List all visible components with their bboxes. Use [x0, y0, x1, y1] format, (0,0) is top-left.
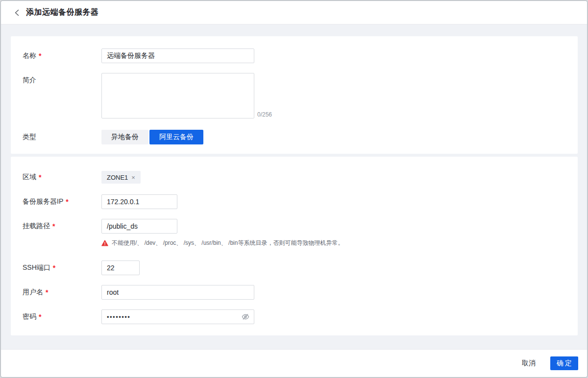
required-marker: *	[46, 288, 48, 296]
password-row: 密码 *	[23, 309, 566, 324]
zone-tag[interactable]: ZONE1 ×	[101, 171, 141, 184]
zone-label: 区域 *	[23, 173, 101, 182]
name-label: 名称 *	[23, 51, 101, 60]
ssh-port-label-text: SSH端口	[23, 263, 50, 272]
type-options: 异地备份 阿里云备份	[101, 130, 566, 144]
description-textarea[interactable]	[101, 73, 254, 118]
ssh-port-row: SSH端口 *	[23, 260, 566, 275]
warning-triangle-icon	[101, 240, 108, 246]
eye-invisible-icon	[242, 313, 249, 321]
basic-info-card: 名称 * 简介 0/256 类型	[11, 36, 578, 154]
zone-label-text: 区域	[23, 173, 36, 182]
zone-tag-text: ZONE1	[107, 174, 128, 181]
confirm-button[interactable]: 确定	[550, 356, 578, 370]
add-remote-backup-server-page: 添加远端备份服务器 名称 * 简介 0/256	[0, 0, 588, 378]
form-body: 名称 * 简介 0/256 类型	[1, 24, 587, 349]
type-option-aliyun-backup[interactable]: 阿里云备份	[149, 130, 203, 144]
name-input[interactable]	[101, 48, 254, 63]
mount-path-label-text: 挂载路径	[23, 222, 50, 231]
required-marker: *	[66, 198, 68, 206]
server-ip-label: 备份服务器IP *	[23, 197, 101, 206]
name-row: 名称 *	[23, 48, 566, 63]
mount-path-warning: 不能使用/、 /dev、 /proc、 /sys、 /usr/bin、 /bin…	[101, 239, 566, 247]
zone-tag-remove-icon[interactable]: ×	[131, 174, 135, 181]
password-visibility-toggle[interactable]	[242, 313, 249, 321]
page-title: 添加远端备份服务器	[26, 7, 99, 18]
server-ip-input[interactable]	[101, 194, 177, 209]
password-label: 密码 *	[23, 312, 101, 321]
mount-path-warning-row: 不能使用/、 /dev、 /proc、 /sys、 /usr/bin、 /bin…	[23, 239, 566, 247]
required-marker: *	[53, 264, 55, 272]
required-marker: *	[39, 173, 41, 181]
password-label-text: 密码	[23, 312, 36, 321]
type-label-text: 类型	[23, 133, 36, 142]
zone-row: 区域 * ZONE1 ×	[23, 171, 566, 184]
back-button[interactable]	[15, 9, 19, 16]
cancel-button[interactable]: 取消	[522, 359, 536, 368]
type-option-offsite-backup[interactable]: 异地备份	[101, 130, 148, 144]
type-row: 类型 异地备份 阿里云备份	[23, 130, 566, 144]
type-label: 类型	[23, 133, 101, 142]
description-label-text: 简介	[23, 76, 36, 85]
action-footer: 取消 确定	[1, 349, 587, 377]
mount-path-row: 挂载路径 *	[23, 219, 566, 234]
warning-text: 不能使用/、 /dev、 /proc、 /sys、 /usr/bin、 /bin…	[112, 239, 343, 247]
username-label: 用户名 *	[23, 288, 101, 297]
server-ip-row: 备份服务器IP *	[23, 194, 566, 209]
char-counter: 0/256	[257, 111, 272, 118]
chevron-left-icon	[15, 9, 19, 16]
mount-path-input[interactable]	[101, 219, 177, 234]
required-marker: *	[52, 222, 55, 230]
name-label-text: 名称	[23, 51, 36, 60]
password-input[interactable]	[101, 309, 254, 324]
username-label-text: 用户名	[23, 288, 43, 297]
description-label: 简介	[23, 73, 101, 85]
connection-card: 区域 * ZONE1 × 备份服务器IP *	[11, 157, 578, 335]
description-row: 简介 0/256	[23, 73, 566, 118]
mount-path-label: 挂载路径 *	[23, 222, 101, 231]
ssh-port-label: SSH端口 *	[23, 263, 101, 272]
page-header: 添加远端备份服务器	[1, 1, 587, 24]
ssh-port-input[interactable]	[101, 260, 140, 275]
server-ip-label-text: 备份服务器IP	[23, 197, 63, 206]
required-marker: *	[39, 52, 41, 60]
username-input[interactable]	[101, 285, 254, 300]
required-marker: *	[39, 313, 41, 321]
username-row: 用户名 *	[23, 285, 566, 300]
